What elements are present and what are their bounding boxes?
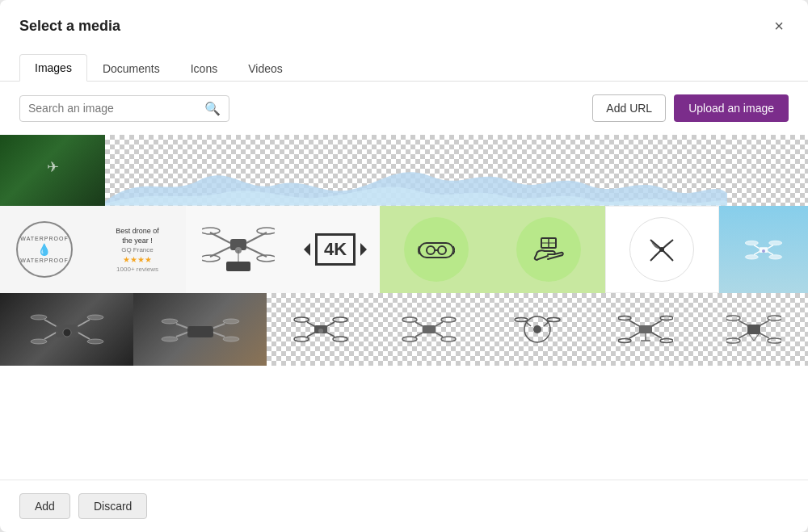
- svg-point-38: [31, 339, 47, 344]
- media-item-drone-sm4[interactable]: [591, 293, 700, 366]
- delivery-circle: [516, 217, 581, 282]
- svg-line-85: [650, 320, 662, 327]
- media-item-drone-sm5[interactable]: [700, 293, 808, 366]
- media-item-review[interactable]: Best drone of the year ! GQ France ★★★★ …: [89, 206, 186, 293]
- svg-point-68: [441, 337, 456, 341]
- media-grid: WATERPROOF 💧 WATERPROOF Best drone of th…: [0, 135, 808, 480]
- media-item-transparent-small[interactable]: [727, 135, 808, 206]
- svg-line-52: [176, 332, 189, 337]
- svg-line-98: [759, 333, 769, 338]
- review-brand: GQ France: [121, 246, 154, 253]
- svg-line-95: [739, 320, 749, 326]
- svg-point-81: [660, 316, 673, 320]
- review-line1: Best drone of: [116, 227, 159, 235]
- svg-rect-10: [226, 262, 250, 271]
- svg-point-45: [63, 329, 71, 337]
- media-item-drone-product[interactable]: [186, 206, 291, 293]
- media-item-dark-drone1[interactable]: [0, 293, 133, 366]
- search-input[interactable]: [28, 102, 198, 115]
- svg-point-47: [223, 319, 239, 324]
- svg-point-91: [726, 316, 740, 320]
- svg-point-64: [318, 329, 323, 333]
- forest-image: [0, 135, 105, 206]
- toolbar: 🔍 Add URL Upload an image: [0, 82, 808, 135]
- close-button[interactable]: ×: [769, 16, 789, 36]
- media-item-delivery-icon[interactable]: [492, 206, 604, 293]
- svg-point-93: [726, 338, 740, 343]
- svg-point-16: [438, 246, 446, 254]
- svg-line-84: [629, 320, 641, 327]
- media-item-waterproof[interactable]: WATERPROOF 💧 WATERPROOF: [0, 206, 89, 293]
- svg-line-43: [77, 332, 90, 339]
- search-wrap: 🔍: [19, 95, 229, 122]
- svg-point-37: [87, 315, 103, 320]
- review-stars: ★★★★: [123, 255, 152, 264]
- svg-point-57: [294, 337, 309, 341]
- svg-line-50: [176, 324, 189, 329]
- svg-point-39: [87, 339, 103, 344]
- media-item-drone-sm1[interactable]: [267, 293, 375, 366]
- svg-line-33: [768, 252, 773, 255]
- svg-line-97: [739, 333, 749, 338]
- svg-line-30: [754, 245, 760, 249]
- svg-point-27: [769, 241, 782, 245]
- svg-rect-88: [639, 325, 652, 333]
- media-row-2: WATERPROOF 💧 WATERPROOF Best drone of th…: [0, 206, 808, 293]
- media-item-vr-icon[interactable]: [380, 206, 492, 293]
- svg-marker-12: [304, 243, 310, 256]
- review-count: 1000+ reviews: [116, 266, 158, 273]
- svg-point-29: [769, 255, 782, 259]
- svg-point-83: [660, 339, 673, 343]
- svg-line-31: [768, 245, 773, 249]
- review-line2: the year !: [122, 237, 153, 245]
- waterproof-badge: WATERPROOF 💧 WATERPROOF: [16, 221, 73, 278]
- svg-point-94: [768, 338, 781, 343]
- svg-point-49: [223, 337, 239, 341]
- svg-line-53: [212, 332, 225, 337]
- vr-circle: [404, 217, 469, 282]
- media-item-sky-drone[interactable]: [719, 206, 808, 293]
- svg-rect-99: [747, 325, 760, 334]
- svg-point-28: [745, 255, 758, 259]
- svg-point-66: [441, 317, 456, 322]
- sky-drone-svg: [739, 233, 788, 266]
- svg-point-82: [618, 339, 631, 343]
- svg-point-35: [762, 249, 765, 253]
- waterproof-top-text: WATERPROOF: [20, 236, 68, 241]
- svg-point-46: [162, 319, 178, 324]
- svg-point-36: [31, 315, 47, 320]
- media-item-pinwheel-icon[interactable]: [605, 206, 719, 293]
- media-item-cloud-banner[interactable]: [105, 135, 727, 206]
- tab-images[interactable]: Images: [19, 54, 87, 82]
- media-item-drone-icons-row: [267, 293, 808, 366]
- svg-point-55: [294, 317, 309, 322]
- svg-line-32: [754, 252, 760, 255]
- svg-line-86: [629, 332, 641, 338]
- svg-point-56: [333, 317, 347, 322]
- add-button[interactable]: Add: [19, 493, 70, 519]
- svg-point-92: [768, 316, 781, 320]
- tabs-bar: Images Documents Icons Videos: [0, 42, 808, 82]
- media-item-drone-sm2[interactable]: [375, 293, 483, 366]
- 4k-badge-wrap: 4K: [304, 233, 367, 266]
- media-item-forest[interactable]: [0, 135, 105, 206]
- dialog-header: Select a media ×: [0, 0, 808, 36]
- add-url-button[interactable]: Add URL: [592, 94, 666, 122]
- tab-icons[interactable]: Icons: [175, 54, 233, 82]
- tab-videos[interactable]: Videos: [233, 54, 298, 82]
- pinwheel-circle: [629, 217, 694, 282]
- svg-point-80: [618, 316, 631, 320]
- media-row-1: [0, 135, 808, 206]
- dialog-footer: Add Discard: [0, 480, 808, 532]
- svg-point-65: [402, 317, 417, 322]
- media-item-4k-badge[interactable]: 4K: [291, 206, 380, 293]
- svg-line-96: [759, 320, 769, 326]
- tab-documents[interactable]: Documents: [87, 54, 175, 82]
- svg-point-48: [162, 337, 178, 341]
- toolbar-right: Add URL Upload an image: [592, 94, 789, 122]
- media-item-dark-drone2[interactable]: [133, 293, 267, 366]
- upload-image-button[interactable]: Upload an image: [674, 94, 789, 122]
- svg-point-26: [745, 241, 758, 245]
- discard-button[interactable]: Discard: [78, 493, 147, 519]
- media-item-drone-sm3[interactable]: [483, 293, 591, 366]
